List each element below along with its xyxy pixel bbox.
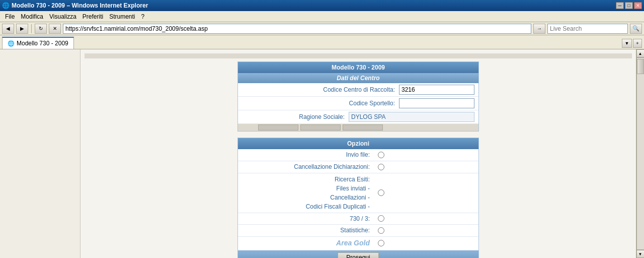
- ragione-sociale-label: Ragione Sociale:: [242, 113, 349, 120]
- ragione-sociale-input: [349, 112, 474, 122]
- menu-modifica[interactable]: Modifica: [18, 12, 46, 21]
- tab-options-button[interactable]: ▼: [622, 39, 632, 48]
- menu-file[interactable]: File: [2, 12, 18, 21]
- bottom-tab-3: [343, 124, 383, 131]
- scroll-up-button[interactable]: ▲: [636, 49, 645, 57]
- button-row: Prosegui: [238, 250, 478, 258]
- form-section-dati-centro: Modello 730 - 2009 Dati del Centro Codic…: [237, 61, 479, 132]
- statistiche-radio-cell: [374, 227, 474, 234]
- bottom-tab-1: [258, 124, 298, 131]
- prosegui-button[interactable]: Prosegui: [338, 252, 378, 258]
- search-icon[interactable]: 🔍: [630, 24, 642, 34]
- statistiche-radio[interactable]: [378, 227, 384, 234]
- tab-icon: 🌐: [8, 40, 15, 47]
- ricerca-esiti-radio-cell: [374, 189, 474, 196]
- form-section-header: Modello 730 - 2009: [238, 62, 478, 73]
- stop-button[interactable]: ✕: [49, 24, 61, 34]
- codice-sportello-row: Codice Sportello:: [238, 97, 478, 110]
- main-content: Modello 730 - 2009 Dati del Centro Codic…: [80, 49, 636, 258]
- minimize-button[interactable]: ─: [616, 2, 624, 9]
- menu-visualizza[interactable]: Visualizza: [46, 12, 79, 21]
- cancellazione-radio[interactable]: [378, 164, 384, 170]
- ricerca-esiti-label: Ricerca Esiti:Files inviati -Cancellazio…: [242, 175, 374, 211]
- scrollbar[interactable]: ▲ ▼: [636, 49, 644, 258]
- 730-3-row: 730 / 3:: [238, 213, 478, 225]
- form-section-subtitle: Dati del Centro: [238, 73, 478, 83]
- tabs-bar: 🌐 Modello 730 - 2009 ▼ +: [0, 35, 644, 49]
- 730-3-radio[interactable]: [378, 215, 384, 222]
- invio-file-row: Invio file:: [238, 149, 478, 161]
- window-controls: ─ □ ✕: [616, 2, 642, 9]
- codice-centro-input[interactable]: [399, 85, 474, 95]
- title-bar: 🌐 Modello 730 - 2009 – Windows Internet …: [0, 0, 644, 11]
- menu-strumenti[interactable]: Strumenti: [106, 12, 138, 21]
- invio-file-radio[interactable]: [378, 152, 384, 158]
- cancellazione-radio-cell: [374, 164, 474, 170]
- tab-modello730[interactable]: 🌐 Modello 730 - 2009: [2, 37, 74, 49]
- scroll-track[interactable]: [636, 57, 645, 250]
- statistiche-row: Statistiche:: [238, 225, 478, 237]
- cancellazione-row: Cancellazione Dichiarazioni:: [238, 161, 478, 173]
- back-button[interactable]: ◀: [2, 24, 14, 34]
- area-gold-radio[interactable]: [378, 240, 384, 246]
- codice-centro-label: Codice Centro di Raccolta:: [242, 86, 399, 93]
- cancellazione-label: Cancellazione Dichiarazioni:: [242, 163, 374, 171]
- area-gold-radio-cell: [374, 240, 474, 246]
- add-tab-button[interactable]: +: [633, 39, 642, 48]
- menu-help[interactable]: ?: [138, 12, 148, 21]
- address-bar: ◀ ▶ ↻ ✕ → 🔍: [0, 22, 644, 35]
- close-button[interactable]: ✕: [634, 2, 642, 9]
- area-gold-label: Area Gold: [242, 238, 374, 248]
- section-bottom-tabs: [238, 124, 478, 131]
- browser-content: Modello 730 - 2009 Dati del Centro Codic…: [0, 49, 644, 258]
- bottom-tab-2: [300, 124, 341, 131]
- codice-sportello-label: Codice Sportello:: [242, 100, 399, 107]
- invio-file-label: Invio file:: [242, 151, 374, 159]
- opzioni-header: Opzioni: [238, 138, 478, 149]
- 730-3-radio-cell: [374, 215, 474, 222]
- invio-file-radio-cell: [374, 152, 474, 158]
- statistiche-label: Statistiche:: [242, 226, 374, 235]
- scroll-thumb[interactable]: [637, 59, 644, 74]
- 730-3-label: 730 / 3:: [242, 215, 374, 223]
- area-gold-row: Area Gold: [238, 237, 478, 250]
- address-input[interactable]: [63, 24, 531, 34]
- search-input[interactable]: [547, 24, 628, 34]
- menu-preferiti[interactable]: Preferiti: [79, 12, 106, 21]
- top-area: [85, 53, 632, 58]
- ragione-sociale-row: Ragione Sociale:: [238, 110, 478, 124]
- area-gold-text: Area Gold: [336, 239, 370, 247]
- ricerca-esiti-radio[interactable]: [378, 189, 384, 196]
- forward-button[interactable]: ▶: [16, 24, 28, 34]
- refresh-button[interactable]: ↻: [35, 24, 47, 34]
- ricerca-esiti-row: Ricerca Esiti:Files inviati -Cancellazio…: [238, 173, 478, 213]
- sidebar: [0, 49, 80, 258]
- window-title: Modello 730 - 2009 – Windows Internet Ex…: [12, 2, 148, 9]
- go-button[interactable]: →: [533, 24, 545, 34]
- form-section-opzioni: Opzioni Invio file: Cancellazione Dichia…: [237, 138, 479, 258]
- restore-button[interactable]: □: [625, 2, 633, 9]
- tab-label: Modello 730 - 2009: [17, 40, 68, 47]
- codice-sportello-input[interactable]: [399, 98, 474, 108]
- codice-centro-row: Codice Centro di Raccolta:: [238, 83, 478, 97]
- menu-bar: File Modifica Visualizza Preferiti Strum…: [0, 11, 644, 22]
- ie-window-icon: 🌐: [2, 2, 10, 9]
- scroll-down-button[interactable]: ▼: [636, 250, 645, 258]
